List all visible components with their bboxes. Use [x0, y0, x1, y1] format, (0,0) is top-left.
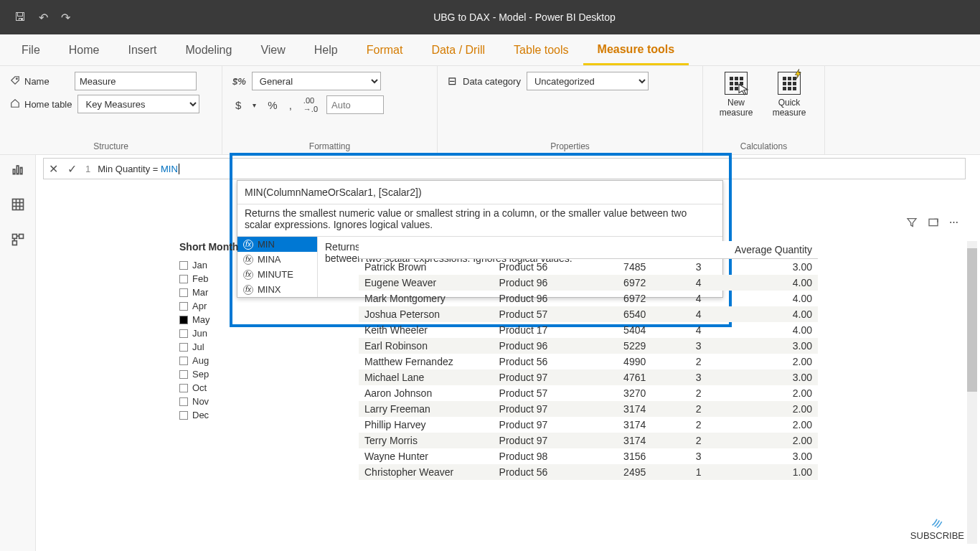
tab-format[interactable]: Format: [352, 37, 418, 64]
ribbon-group-structure: Name Home table Key Measures Structure: [0, 66, 222, 154]
svg-rect-14: [929, 219, 938, 225]
checkbox-icon[interactable]: [179, 316, 188, 324]
checkbox-icon[interactable]: [179, 288, 188, 297]
title-bar: 🖫 ↶ ↷ UBG to DAX - Model - Power BI Desk…: [0, 0, 980, 34]
table-row[interactable]: Wayne HunterProduct 98315633.00: [359, 448, 818, 464]
measure-name-input[interactable]: [75, 72, 197, 90]
save-icon[interactable]: 🖫: [14, 11, 26, 24]
slicer-item[interactable]: May: [179, 313, 273, 326]
table-row[interactable]: Keith WheelerProduct 17540444.00: [359, 322, 818, 338]
view-switcher: [0, 155, 36, 551]
lightning-icon: [793, 68, 804, 82]
decimal-places-input[interactable]: [326, 95, 384, 114]
table-row[interactable]: Michael LaneProduct 97476133.00: [359, 369, 818, 385]
checkbox-icon[interactable]: [179, 343, 188, 352]
home-table-icon: [10, 98, 20, 110]
percent-button[interactable]: %: [265, 98, 280, 113]
table-row[interactable]: Mark MontgomeryProduct 96697244.00: [359, 291, 818, 306]
cancel-formula-icon[interactable]: ✕: [44, 162, 62, 176]
work-area: ✕ ✓ 1Min Quantity = MIN MIN(ColumnNameOr…: [0, 155, 980, 551]
tab-file[interactable]: File: [7, 37, 55, 64]
formula-text[interactable]: 1Min Quantity = MIN: [81, 164, 965, 174]
col-customer[interactable]: [359, 241, 494, 259]
home-table-select[interactable]: Key Measures: [77, 95, 199, 113]
home-table-label: Home table: [10, 98, 72, 110]
undo-icon[interactable]: ↶: [39, 11, 48, 24]
calculator-icon: [725, 72, 748, 95]
model-view-icon[interactable]: [11, 232, 25, 250]
table-row[interactable]: Eugene WeaverProduct 96697244.00: [359, 275, 818, 291]
filter-icon[interactable]: [906, 217, 918, 230]
table-row[interactable]: Christopher WeaverProduct 56249511.00: [359, 464, 818, 480]
tab-measure-tools[interactable]: Measure tools: [583, 36, 689, 65]
tag-icon: [10, 75, 20, 88]
col-value[interactable]: [580, 241, 651, 259]
data-table[interactable]: Average Quantity Patrick BrownProduct 56…: [359, 241, 951, 480]
properties-caption: Properties: [448, 141, 692, 151]
commit-formula-icon[interactable]: ✓: [62, 162, 81, 176]
redo-icon[interactable]: ↷: [61, 11, 70, 24]
tab-table-tools[interactable]: Table tools: [499, 37, 583, 64]
focus-mode-icon[interactable]: [928, 217, 939, 230]
checkbox-icon[interactable]: [179, 397, 188, 406]
slicer-item[interactable]: Dec: [179, 408, 273, 422]
currency-button[interactable]: $: [232, 98, 244, 113]
slicer-item[interactable]: Sep: [179, 367, 273, 381]
tab-help[interactable]: Help: [300, 37, 352, 64]
svg-rect-2: [17, 166, 19, 174]
tab-modeling[interactable]: Modeling: [171, 37, 246, 64]
data-view-icon[interactable]: [11, 197, 25, 215]
checkbox-icon[interactable]: [179, 275, 188, 283]
data-category-select[interactable]: Uncategorized: [527, 72, 649, 90]
checkbox-icon[interactable]: [179, 357, 188, 365]
checkbox-icon[interactable]: [179, 384, 188, 392]
tab-home[interactable]: Home: [55, 37, 114, 64]
svg-rect-11: [12, 241, 17, 245]
month-slicer[interactable]: Short Month JanFebMarAprMayJunJulAugSepO…: [179, 241, 273, 422]
slicer-item[interactable]: Jan: [179, 258, 273, 272]
format-icon: $%: [232, 76, 246, 87]
checkbox-icon[interactable]: [179, 329, 188, 338]
slicer-item[interactable]: Aug: [179, 354, 273, 367]
slicer-item[interactable]: Apr: [179, 299, 273, 313]
scrollbar[interactable]: [967, 241, 977, 544]
table-row[interactable]: Aaron JohnsonProduct 57327022.00: [359, 385, 818, 401]
table-row[interactable]: Terry MorrisProduct 97317422.00: [359, 433, 818, 448]
slicer-item[interactable]: Jul: [179, 340, 273, 354]
scrollbar-thumb[interactable]: [967, 248, 977, 392]
table-row[interactable]: Patrick BrownProduct 56748533.00: [359, 259, 818, 276]
quick-measure-button[interactable]: Quick measure: [766, 72, 812, 118]
checkbox-icon[interactable]: [179, 261, 188, 270]
svg-rect-3: [20, 168, 22, 174]
table-row[interactable]: Matthew FernandezProduct 56499022.00: [359, 354, 818, 369]
new-measure-button[interactable]: New measure: [713, 72, 759, 118]
col-qty[interactable]: [651, 241, 707, 259]
formula-bar[interactable]: ✕ ✓ 1Min Quantity = MIN: [43, 158, 966, 179]
slicer-item[interactable]: Jun: [179, 326, 273, 340]
svg-rect-4: [12, 199, 23, 210]
more-options-icon[interactable]: ⋯: [949, 217, 958, 230]
slicer-item[interactable]: Mar: [179, 286, 273, 299]
decimal-button[interactable]: .00→.0: [301, 95, 321, 115]
structure-caption: Structure: [10, 141, 212, 151]
tab-data-drill[interactable]: Data / Drill: [417, 37, 499, 64]
checkbox-icon[interactable]: [179, 302, 188, 311]
tab-view[interactable]: View: [246, 37, 299, 64]
checkbox-icon[interactable]: [179, 370, 188, 379]
cursor-icon: [737, 83, 750, 98]
slicer-item[interactable]: Oct: [179, 381, 273, 395]
format-select[interactable]: General: [252, 72, 381, 90]
slicer-item[interactable]: Nov: [179, 395, 273, 408]
col-product[interactable]: [494, 241, 580, 259]
comma-button[interactable]: ,: [286, 98, 295, 113]
ribbon-tabs: File Home Insert Modeling View Help Form…: [0, 34, 980, 66]
table-row[interactable]: Earl RobinsonProduct 96522933.00: [359, 338, 818, 354]
table-row[interactable]: Larry FreemanProduct 97317422.00: [359, 401, 818, 417]
checkbox-icon[interactable]: [179, 411, 188, 420]
col-avg-quantity[interactable]: Average Quantity: [707, 241, 818, 259]
table-row[interactable]: Joshua PetersonProduct 57654044.00: [359, 306, 818, 322]
tab-insert[interactable]: Insert: [113, 37, 171, 64]
slicer-item[interactable]: Feb: [179, 272, 273, 286]
table-row[interactable]: Phillip HarveyProduct 97317422.00: [359, 417, 818, 433]
report-view-icon[interactable]: [11, 162, 25, 180]
